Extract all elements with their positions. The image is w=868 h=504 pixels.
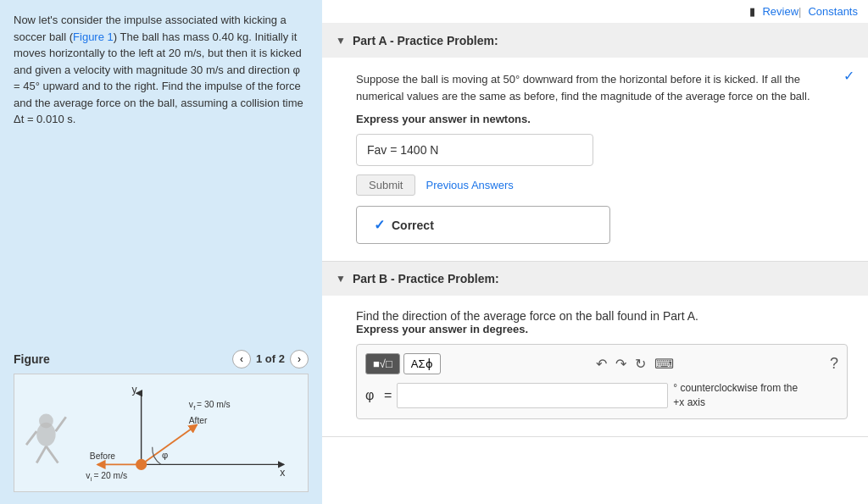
part-a-arrow-icon: ▼	[336, 35, 346, 47]
toolbar-left: ■√□ ΑΣϕ	[365, 353, 441, 374]
review-link[interactable]: Review	[762, 5, 798, 18]
part-b-content: Find the direction of the average force …	[322, 296, 868, 436]
bookmark-icon: ▮	[749, 5, 755, 18]
svg-text:Before: Before	[90, 451, 116, 461]
unit-label: ° counterclockwise from the+x axis	[673, 381, 798, 410]
figure-section: Figure ‹ 1 of 2 ›	[14, 350, 309, 492]
left-panel: Now let's consider the impulse associate…	[0, 0, 322, 504]
svg-text:y: y	[131, 384, 137, 396]
part-b-section: ▼ Part B - Practice Problem: Find the di…	[322, 262, 868, 437]
figure-label-row: Figure ‹ 1 of 2 ›	[14, 350, 309, 368]
toolbar-sigma-button[interactable]: ΑΣϕ	[403, 353, 441, 374]
correct-label: Correct	[392, 219, 434, 232]
part-a-express-label: Express your answer in newtons.	[356, 113, 848, 125]
problem-description: Now let's consider the impulse associate…	[14, 12, 309, 350]
phi-symbol: φ	[365, 388, 379, 403]
equals-symbol: =	[384, 388, 392, 403]
part-a-title: Part A - Practice Problem:	[353, 34, 498, 47]
separator: |	[798, 5, 801, 18]
svg-text:After: After	[189, 416, 208, 425]
part-b-express-label: Express your answer in degrees.	[356, 323, 848, 335]
part-a-submit-row: Submit Previous Answers	[356, 174, 848, 196]
part-a-correct-box: ✓ Correct	[356, 206, 610, 244]
svg-text:= 30 m/s: = 30 m/s	[197, 400, 231, 409]
part-a-answer-value: Fav = 1400 N	[367, 143, 438, 157]
input-row: φ = ° counterclockwise from the+x axis	[365, 381, 838, 410]
figure-link[interactable]: Figure 1	[73, 30, 114, 43]
toolbar-row-1: ■√□ ΑΣϕ ↶ ↷ ↻ ⌨ ?	[365, 353, 838, 374]
top-bar: ▮ Review | Constants	[322, 0, 868, 24]
part-a-correct-checkmark-icon: ✓	[843, 69, 854, 83]
figure-prev-button[interactable]: ‹	[232, 350, 251, 368]
toolbar-redo-icon[interactable]: ↷	[615, 356, 626, 372]
problem-text-body: ) The ball has mass 0.40 kg. Initially i…	[14, 30, 303, 126]
svg-point-19	[39, 414, 53, 429]
part-a-submit-button[interactable]: Submit	[356, 174, 415, 196]
svg-rect-0	[14, 378, 308, 489]
figure-image: x y O φ After Before v f = 3	[14, 374, 309, 492]
toolbar-refresh-icon[interactable]: ↻	[635, 356, 646, 372]
part-b-header[interactable]: ▼ Part B - Practice Problem:	[322, 262, 868, 296]
svg-text:x: x	[280, 467, 285, 479]
part-b-description: Find the direction of the average force …	[356, 309, 848, 323]
part-b-arrow-icon: ▼	[336, 273, 346, 285]
part-b-answer-input[interactable]	[397, 383, 668, 408]
toolbar-icons: ↶ ↷ ↻ ⌨	[596, 356, 674, 372]
part-a-prev-answers-link[interactable]: Previous Answers	[426, 179, 513, 191]
math-toolbar: ■√□ ΑΣϕ ↶ ↷ ↻ ⌨ ? φ = ° counterclockwi	[356, 344, 848, 419]
part-a-content: ✓ Suppose the ball is moving at 50° down…	[322, 58, 868, 261]
svg-point-8	[136, 459, 147, 470]
figure-nav: ‹ 1 of 2 ›	[232, 350, 309, 368]
toolbar-matrix-button[interactable]: ■√□	[365, 353, 400, 374]
help-icon[interactable]: ?	[830, 355, 838, 373]
part-a-header[interactable]: ▼ Part A - Practice Problem:	[322, 24, 868, 58]
correct-check-icon: ✓	[374, 217, 385, 233]
part-b-title: Part B - Practice Problem:	[353, 272, 499, 285]
toolbar-keyboard-icon[interactable]: ⌨	[654, 356, 674, 372]
part-a-answer-box: Fav = 1400 N	[356, 134, 593, 166]
figure-page: 1 of 2	[256, 351, 285, 368]
part-a-description: Suppose the ball is moving at 50° downwa…	[356, 71, 848, 104]
svg-text:= 20 m/s: = 20 m/s	[94, 471, 128, 480]
figure-label-text: Figure	[14, 351, 50, 368]
svg-text:φ: φ	[162, 450, 168, 460]
constants-link[interactable]: Constants	[808, 5, 858, 18]
figure-next-button[interactable]: ›	[290, 350, 309, 368]
right-panel: ▮ Review | Constants ▼ Part A - Practice…	[322, 0, 868, 504]
toolbar-undo-icon[interactable]: ↶	[596, 356, 607, 372]
part-a-section: ▼ Part A - Practice Problem: ✓ Suppose t…	[322, 24, 868, 262]
